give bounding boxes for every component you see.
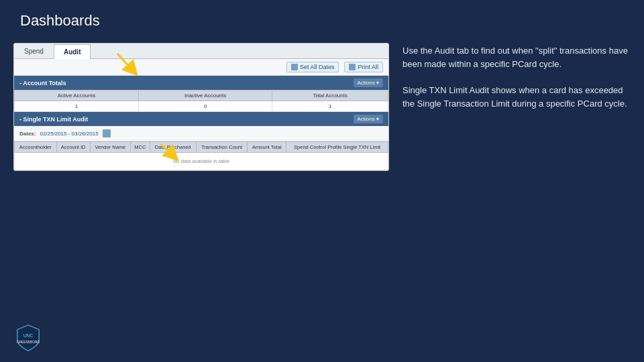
text-block-1: Use the Audit tab to find out when "spli… bbox=[402, 44, 631, 70]
col-transaction-count: Transaction Count bbox=[196, 142, 248, 153]
svg-text:UNC: UNC bbox=[23, 333, 34, 338]
account-totals-section: - Account Totals Actions ▾ Active Accoun… bbox=[14, 76, 388, 112]
table-row: 1 0 1 bbox=[15, 101, 388, 112]
header-bar: Set All Dates Print All bbox=[14, 59, 388, 76]
date-range-value: 02/25/2015 - 03/26/2015 bbox=[40, 131, 98, 137]
main-area: Spend Audit Set All Dates Print All - Ac… bbox=[0, 36, 644, 171]
col-spend-control: Spend Control Profile Single TXN Limit bbox=[286, 142, 388, 153]
text-panel: Use the Audit tab to find out when "spli… bbox=[402, 36, 631, 171]
logo-area: UNC GREENSBORO bbox=[16, 324, 40, 351]
page-title: Dashboards bbox=[0, 0, 644, 36]
col-active-accounts: Active Accounts bbox=[15, 90, 139, 101]
set-all-dates-button[interactable]: Set All Dates bbox=[286, 62, 339, 72]
print-icon bbox=[349, 64, 356, 70]
tab-audit[interactable]: Audit bbox=[54, 44, 91, 59]
col-date-purchased: Date Purchased bbox=[150, 142, 196, 153]
calendar-picker-icon[interactable] bbox=[103, 129, 111, 137]
unc-shield-logo: UNC GREENSBORO bbox=[16, 324, 40, 351]
single-txn-actions-button[interactable]: Actions ▾ bbox=[354, 115, 383, 123]
single-txn-header: - Single TXN Limit Audit Actions ▾ bbox=[14, 112, 388, 126]
col-vendor-name: Vendor Name bbox=[90, 142, 130, 153]
col-account-id: Account ID bbox=[56, 142, 90, 153]
col-accountholder: Accountholder bbox=[15, 142, 57, 153]
col-total-accounts: Total Accounts bbox=[272, 90, 388, 101]
account-totals-actions-button[interactable]: Actions ▾ bbox=[354, 78, 383, 87]
tab-spend[interactable]: Spend bbox=[14, 44, 54, 58]
no-data-row: No data available in table bbox=[15, 153, 388, 170]
print-all-button[interactable]: Print All bbox=[344, 62, 383, 72]
svg-text:GREENSBORO: GREENSBORO bbox=[17, 341, 40, 344]
col-inactive-accounts: Inactive Accounts bbox=[138, 90, 272, 101]
single-txn-section: - Single TXN Limit Audit Actions ▾ Dates… bbox=[14, 112, 388, 170]
text-block-2: Single TXN Limit Audit shows when a card… bbox=[402, 84, 631, 110]
col-amount-total: Amount Total bbox=[248, 142, 286, 153]
tabs-row: Spend Audit bbox=[14, 44, 388, 59]
account-totals-header: - Account Totals Actions ▾ bbox=[14, 76, 388, 90]
calendar-icon bbox=[291, 64, 298, 70]
col-mcc: MCC bbox=[130, 142, 150, 153]
dates-label: Dates: bbox=[19, 131, 36, 137]
account-totals-table: Active Accounts Inactive Accounts Total … bbox=[14, 90, 388, 112]
screenshot-panel: Spend Audit Set All Dates Print All - Ac… bbox=[13, 43, 389, 171]
date-filter-row: Dates: 02/25/2015 - 03/26/2015 bbox=[14, 126, 388, 141]
single-txn-table: Accountholder Account ID Vendor Name MCC… bbox=[14, 141, 388, 170]
